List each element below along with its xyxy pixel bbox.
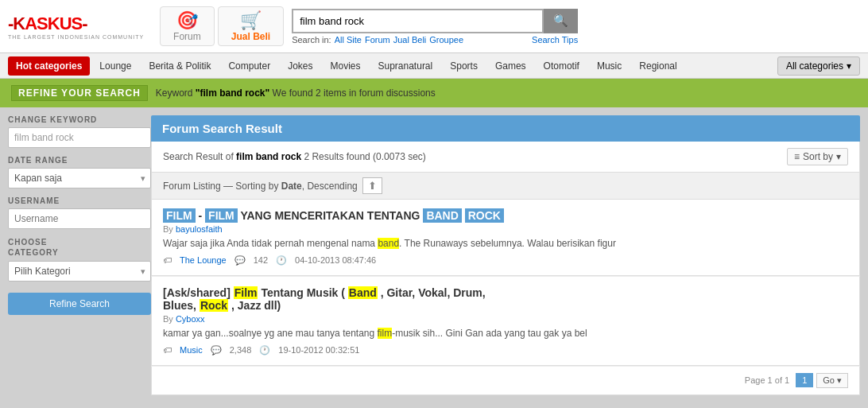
chevron-down-icon: ▾ — [847, 60, 851, 72]
title-jazz: , Jazz dll) — [231, 299, 281, 312]
title-hl-film2: FILM — [205, 208, 238, 223]
comment-count-2: 2,348 — [230, 345, 252, 355]
result-tag-2[interactable]: Music — [180, 345, 203, 355]
result-snippet-1: Wajar saja jika Anda tidak pernah mengen… — [163, 237, 848, 251]
date-icon-2: 🕐 — [259, 345, 270, 356]
date-icon-1: 🕐 — [276, 255, 287, 266]
title-tentang: Tentang Musik ( — [261, 286, 345, 299]
date-section: DATE RANGE Kapan saja — [8, 156, 151, 188]
title-hl-film1: FILM — [163, 208, 196, 223]
cat-regional[interactable]: Regional — [631, 56, 684, 76]
logo: -KASKUS- — [8, 14, 144, 34]
refine-btn-section: Refine Search — [8, 289, 151, 315]
cat-sports[interactable]: Sports — [442, 56, 486, 76]
result-meta-2: 🏷 Music 💬 2,348 🕐 19-10-2012 00:32:51 — [163, 345, 848, 356]
cat-movies[interactable]: Movies — [322, 56, 368, 76]
sort-chevron-icon: ▾ — [836, 151, 841, 162]
logo-area: -KASKUS- THE LARGEST INDONESIAN COMMUNIT… — [8, 14, 144, 40]
jualbeli-nav-button[interactable]: 🛒 Jual Beli — [218, 6, 284, 46]
header: -KASKUS- THE LARGEST INDONESIAN COMMUNIT… — [0, 0, 868, 53]
cat-lounge[interactable]: Lounge — [91, 56, 139, 76]
result-author-2[interactable]: Cyboxx — [176, 314, 205, 324]
username-input[interactable] — [8, 208, 151, 229]
result-title-2: [Ask/shared] Film Tentang Musik ( Band ,… — [163, 286, 848, 312]
results-meta-text: Search Result of film band rock 2 Result… — [163, 151, 426, 162]
sort-label: Sort by — [803, 151, 833, 162]
search-area: 🔍 Search in: All Site Forum Jual Beli Gr… — [292, 9, 578, 45]
search-tips-link[interactable]: Search Tips — [532, 35, 578, 45]
all-categories-label: All categories — [786, 60, 843, 72]
snippet-hl-band: band — [378, 238, 399, 249]
tag-icon-2: 🏷 — [163, 345, 172, 355]
cat-music[interactable]: Music — [589, 56, 630, 76]
refine-desc: Keyword "film band rock" We found 2 item… — [156, 87, 436, 99]
hot-categories-button[interactable]: Hot categories — [8, 56, 90, 76]
search-option-jualbeli[interactable]: Jual Beli — [393, 35, 427, 45]
result-by-2: By Cyboxx — [163, 314, 848, 324]
date-select[interactable]: Kapan saja — [8, 168, 151, 188]
comment-icon-1: 💬 — [234, 255, 246, 266]
main: CHANGE KEYWORD DATE RANGE Kapan saja USE… — [0, 107, 868, 403]
refine-label: REFINE YOUR SEARCH — [11, 85, 148, 101]
all-categories-button[interactable]: All categories ▾ — [777, 56, 860, 76]
tag-icon-1: 🏷 — [163, 255, 172, 265]
search-options: Search in: All Site Forum Jual Beli Grou… — [292, 35, 578, 45]
category-select-wrapper: Pilih Kategori — [8, 261, 151, 282]
result-snippet-2: kamar ya gan...soalnye yg ane mau tanya … — [163, 327, 848, 340]
comment-count-1: 142 — [254, 255, 268, 265]
pagination-bar: Page 1 of 1 1 Go ▾ — [151, 366, 860, 395]
keyword-input[interactable] — [8, 127, 151, 148]
result-tag-1[interactable]: The Lounge — [180, 255, 227, 265]
jualbeli-icon: 🛒 — [240, 10, 262, 31]
result-item-1: FILM - FILM YANG MENCERITAKAN TENTANG BA… — [151, 200, 860, 276]
cat-computer[interactable]: Computer — [220, 56, 278, 76]
refine-keyword: "film band rock" — [196, 87, 269, 99]
jualbeli-label: Jual Beli — [231, 31, 270, 42]
page-1-button[interactable]: 1 — [796, 373, 813, 387]
result-date-1: 04-10-2013 08:47:46 — [295, 255, 376, 265]
cat-supranatural[interactable]: Supranatural — [370, 56, 441, 76]
sort-toggle-button[interactable]: ⬆ — [362, 177, 382, 194]
search-in-label: Search in: — [292, 35, 331, 45]
logo-sub: THE LARGEST INDONESIAN COMMUNITY — [8, 34, 144, 40]
refine-search-button[interactable]: Refine Search — [8, 293, 151, 315]
page-go-button[interactable]: Go ▾ — [816, 373, 848, 388]
cat-berita[interactable]: Berita & Politik — [141, 56, 219, 76]
date-select-wrapper: Kapan saja — [8, 168, 151, 188]
search-option-forum[interactable]: Forum — [365, 35, 390, 45]
search-option-groupee[interactable]: Groupee — [429, 35, 463, 45]
cat-jokes[interactable]: Jokes — [280, 56, 320, 76]
sort-button[interactable]: ≡ Sort by ▾ — [787, 148, 848, 165]
title-hl-rock2: Rock — [200, 299, 228, 312]
category-nav: Hot categories Lounge Berita & Politik C… — [0, 53, 868, 79]
keyword-label: CHANGE KEYWORD — [8, 115, 151, 124]
title-prefix-2: [Ask/shared] — [163, 286, 234, 299]
search-button[interactable]: 🔍 — [544, 9, 578, 33]
result-by-1: By bayulosfaith — [163, 224, 848, 234]
result-date-2: 19-10-2012 00:32:51 — [278, 345, 359, 355]
title-hl-rock: ROCK — [465, 208, 504, 223]
category-select[interactable]: Pilih Kategori — [8, 261, 151, 282]
search-input[interactable] — [292, 9, 544, 33]
cat-games[interactable]: Games — [487, 56, 534, 76]
results-panel: Forum Search Result Search Result of fil… — [151, 115, 860, 395]
results-meta: Search Result of film band rock 2 Result… — [151, 142, 860, 173]
category-section: CHOOSECATEGORY Pilih Kategori — [8, 237, 151, 282]
date-label: DATE RANGE — [8, 156, 151, 165]
sort-icon: ≡ — [794, 151, 800, 162]
title-yang: YANG MENCERITAKAN TENTANG — [240, 209, 423, 222]
title-hl-band2: Band — [348, 286, 378, 299]
listing-text: Forum Listing — Sorting by Date, Descend… — [163, 181, 358, 192]
result-title-1: FILM - FILM YANG MENCERITAKAN TENTANG BA… — [163, 209, 848, 222]
category-label: CHOOSECATEGORY — [8, 237, 151, 258]
title-dash: - — [199, 209, 206, 222]
username-section: USERNAME — [8, 196, 151, 229]
forum-listing-bar: Forum Listing — Sorting by Date, Descend… — [151, 173, 860, 200]
forum-nav-button[interactable]: 🎯 Forum — [160, 6, 215, 46]
result-author-1[interactable]: bayulosfaith — [176, 224, 223, 234]
cat-otomotif[interactable]: Otomotif — [536, 56, 587, 76]
title-hl-band: BAND — [423, 208, 461, 223]
forum-label: Forum — [173, 31, 201, 42]
sidebar: CHANGE KEYWORD DATE RANGE Kapan saja USE… — [8, 115, 151, 395]
search-option-all[interactable]: All Site — [335, 35, 362, 45]
